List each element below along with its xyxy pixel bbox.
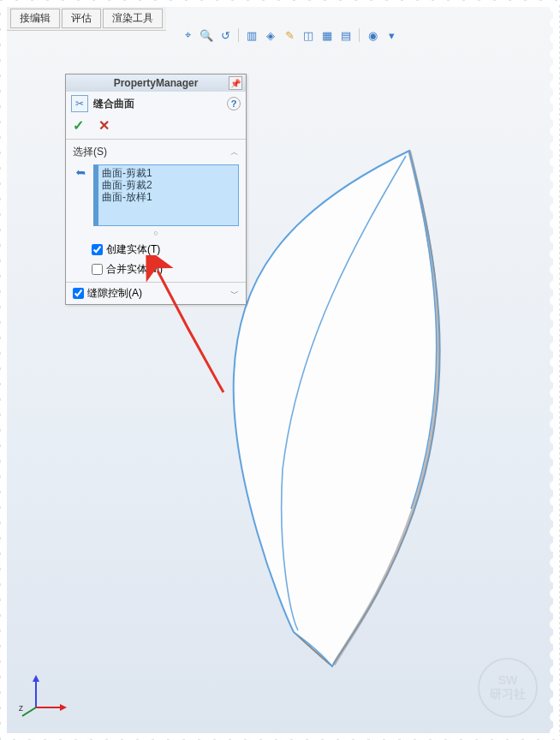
merge-bodies-checkbox[interactable] [92, 264, 103, 275]
watermark: SW 研习社 [478, 658, 538, 718]
list-item[interactable]: 曲面-剪裁1 [102, 167, 235, 179]
resize-grip[interactable]: ○ [73, 229, 239, 237]
merge-bodies-label: 合并实体(M) [106, 262, 163, 277]
scene-icon[interactable]: ▤ [338, 27, 354, 43]
section-view-icon[interactable]: ▥ [244, 27, 259, 43]
pm-title: PropertyManager 📌 [66, 75, 246, 92]
svg-marker-12 [60, 704, 67, 711]
svg-line-13 [22, 707, 36, 716]
collapse-icon[interactable]: ︿ [230, 146, 239, 158]
separator [359, 28, 360, 42]
create-solid-label: 创建实体(T) [106, 242, 160, 257]
pin-icon[interactable]: 📌 [229, 76, 242, 90]
chevron-down-icon[interactable]: ▾ [384, 27, 399, 43]
separator [238, 28, 239, 42]
orient-view-icon[interactable]: ◈ [263, 27, 278, 43]
appearance-icon[interactable]: ▦ [319, 27, 335, 43]
feature-name: 缝合曲面 [93, 97, 227, 111]
svg-marker-10 [33, 675, 39, 682]
heads-up-toolbar: ⌖ 🔍 ↺ ▥ ◈ ✎ ◫ ▦ ▤ ◉ ▾ [178, 26, 401, 45]
list-item[interactable]: 曲面-剪裁2 [102, 179, 235, 191]
ok-button[interactable]: ✓ [71, 118, 86, 133]
cancel-button[interactable]: ✕ [97, 118, 111, 133]
selection-list[interactable]: 曲面-剪裁1 曲面-剪裁2 曲面-放样1 [93, 164, 239, 226]
section-select-label: 选择(S) [73, 145, 107, 159]
expand-icon[interactable]: ﹀ [230, 288, 239, 300]
knit-surface-icon: ✂ [71, 95, 88, 112]
zoom-fit-icon[interactable]: ⌖ [180, 27, 195, 43]
view-setting-icon[interactable]: ◉ [365, 27, 380, 43]
pm-title-label: PropertyManager [114, 77, 199, 89]
orientation-triad[interactable]: z [19, 670, 70, 721]
faces-icon[interactable]: ➦ [73, 164, 88, 180]
tab-evaluate[interactable]: 评估 [62, 9, 101, 28]
list-item[interactable]: 曲面-放样1 [102, 191, 235, 203]
hide-show-icon[interactable]: ◫ [301, 27, 316, 43]
display-style-icon[interactable]: ✎ [282, 27, 297, 43]
prev-view-icon[interactable]: ↺ [217, 27, 233, 43]
command-tabs: 接编辑 评估 渲染工具 [7, 7, 166, 31]
tab-render-tools[interactable]: 渲染工具 [103, 9, 163, 28]
tab-direct-edit[interactable]: 接编辑 [10, 9, 60, 28]
svg-text:z: z [19, 703, 23, 713]
help-icon[interactable]: ? [227, 97, 241, 110]
gap-control-checkbox[interactable] [73, 288, 84, 299]
create-solid-checkbox[interactable] [92, 244, 103, 255]
gap-control-label: 缝隙控制(A) [87, 286, 142, 301]
property-manager-panel: PropertyManager 📌 ✂ 缝合曲面 ? ✓ ✕ 选择(S) ︿ ➦… [65, 74, 247, 305]
zoom-area-icon[interactable]: 🔍 [199, 27, 214, 43]
